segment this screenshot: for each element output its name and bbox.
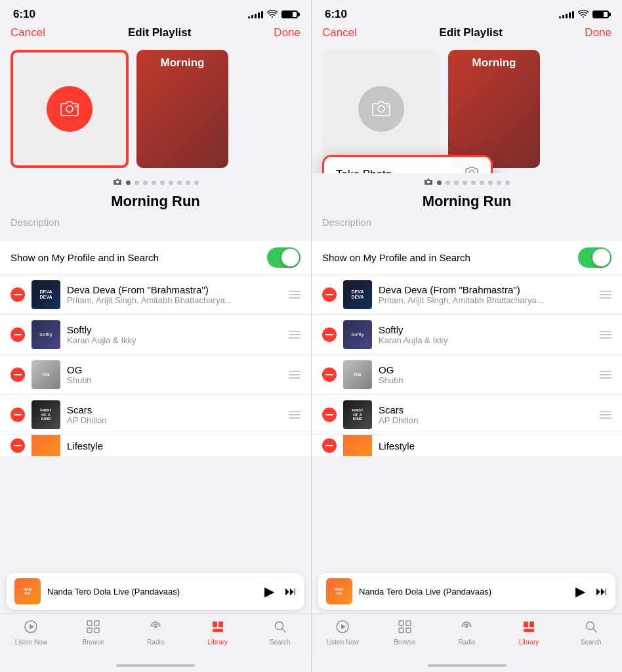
content-area-left: Morning Descrip [0,45,311,569]
tab-listen-now-left[interactable]: Listen Now [11,620,51,646]
tab-label-search-left: Search [270,639,291,646]
minus-icon-softly-left [14,334,22,335]
status-icons-right [559,10,609,20]
remove-brahmastra-left[interactable] [10,287,25,302]
tab-browse-right[interactable]: Browse [385,620,425,646]
svg-rect-10 [213,621,217,627]
tab-radio-left[interactable]: Radio [136,620,175,646]
library-icon-left [211,620,225,637]
cover-placeholder-right[interactable] [322,50,440,168]
description-section-right: Description [312,214,622,236]
svg-point-16 [387,106,389,108]
song-title-scars-right: Scars [379,404,593,415]
play-button-right[interactable]: ▶ [575,583,585,599]
wifi-icon-right [578,10,589,20]
fast-forward-button-left[interactable]: ⏭ [285,585,297,598]
dot-2-right [454,180,459,185]
cover-next-right: Morning [448,50,540,168]
listen-now-icon-right [335,620,350,637]
search-icon-left [273,620,287,637]
remove-scars-right[interactable] [322,408,337,422]
cancel-button-right[interactable]: Cancel [322,26,357,39]
svg-point-1 [75,106,77,108]
fast-forward-button-right[interactable]: ⏭ [596,585,608,598]
song-artist-softly-left: Karan Aujla & Ikky [67,335,282,345]
song-list-left: DEVADEVA Deva Deva (From "Brahmastra") P… [0,275,311,456]
svg-rect-6 [94,621,99,625]
dot-7-right [497,180,501,185]
nav-bar-left: Cancel Edit Playlist Done [0,24,311,45]
tab-label-browse-right: Browse [394,639,415,646]
remove-softly-left[interactable] [10,327,25,342]
song-title-lifestyle-right: Lifestyle [379,440,612,452]
cover-placeholder-left[interactable] [10,50,129,168]
tab-label-library-right: Library [519,639,539,646]
remove-lifestyle-right[interactable] [322,438,337,453]
status-time-left: 6:10 [13,8,35,21]
cover-next-left: Morning [136,50,228,168]
remove-softly-right[interactable] [322,327,337,342]
tab-search-right[interactable]: Search [571,620,611,646]
radio-icon-right [459,620,474,637]
cancel-button-left[interactable]: Cancel [10,26,45,39]
remove-og-left[interactable] [10,368,25,382]
toggle-switch-left[interactable] [267,247,301,268]
song-title-scars-left: Scars [67,404,282,415]
svg-rect-12 [213,629,223,632]
drag-handle-brahmastra-right[interactable] [600,291,612,299]
toggle-knob-left [281,249,299,266]
done-button-left[interactable]: Done [274,26,301,39]
minus-icon-scars-right [325,414,333,415]
minus-icon-lifestyle-left [14,445,22,446]
tab-bar-right: Listen Now Browse Radio Library Search [312,614,622,659]
now-playing-bar-left[interactable]: PANDA Nanda Tero Dola Live (Pandavaas) ▶… [7,573,304,610]
drag-handle-scars-left[interactable] [289,411,301,419]
description-section-left: Description [0,214,311,236]
song-item-lifestyle-right: Lifestyle [312,435,622,456]
description-placeholder-right[interactable]: Description [322,217,612,230]
drag-handle-scars-right[interactable] [600,411,612,419]
play-button-left[interactable]: ▶ [264,583,274,599]
tab-library-left[interactable]: Library [198,620,238,646]
drag-handle-softly-left[interactable] [289,331,301,339]
song-title-og-left: OG [67,364,282,375]
tab-search-left[interactable]: Search [260,620,300,646]
toggle-knob-right [592,249,610,266]
dot-1-left [135,180,139,185]
now-playing-art-left: PANDA [14,578,41,604]
playlist-title-input-right[interactable] [322,193,612,210]
drag-handle-og-left[interactable] [289,371,301,379]
song-art-softly-left: Softly [31,320,60,349]
tab-browse-left[interactable]: Browse [73,620,113,646]
song-art-brahmastra-left: DEVADEVA [31,280,60,309]
song-art-brahmastra-right: DEVADEVA [343,280,372,309]
cover-container-left [10,50,129,168]
status-bar-right: 6:10 [312,0,622,24]
camera-dot-left [113,177,122,188]
remove-brahmastra-right[interactable] [322,287,337,302]
description-placeholder-left[interactable]: Description [10,217,301,230]
remove-og-right[interactable] [322,368,337,382]
cover-section-right: Take Photo Choose Photo [312,45,622,173]
song-info-brahmastra-left: Deva Deva (From "Brahmastra") Pritam, Ar… [67,284,282,305]
context-menu-take-photo[interactable]: Take Photo [324,157,491,173]
now-playing-bar-right[interactable]: PANDA Nanda Tero Dola Live (Pandavaas) ▶… [318,573,615,610]
tab-radio-right[interactable]: Radio [447,620,486,646]
cover-container-right: Take Photo Choose Photo [322,50,440,168]
nav-bar-right: Cancel Edit Playlist Done [312,24,622,45]
tab-bar-left: Listen Now Browse Radio Library Search [0,614,311,659]
toggle-switch-right[interactable] [578,247,612,268]
drag-handle-brahmastra-left[interactable] [289,291,301,299]
remove-lifestyle-left[interactable] [10,438,25,453]
tab-label-listen-now-left: Listen Now [15,639,47,646]
playlist-title-input-left[interactable] [10,193,301,210]
status-icons-left [248,10,298,20]
svg-rect-11 [218,621,223,627]
done-button-right[interactable]: Done [585,26,612,39]
song-art-og-left: OG [31,360,60,389]
drag-handle-softly-right[interactable] [600,331,612,339]
tab-listen-now-right[interactable]: Listen Now [323,620,362,646]
tab-library-right[interactable]: Library [509,620,549,646]
remove-scars-left[interactable] [10,408,25,422]
drag-handle-og-right[interactable] [600,371,612,379]
